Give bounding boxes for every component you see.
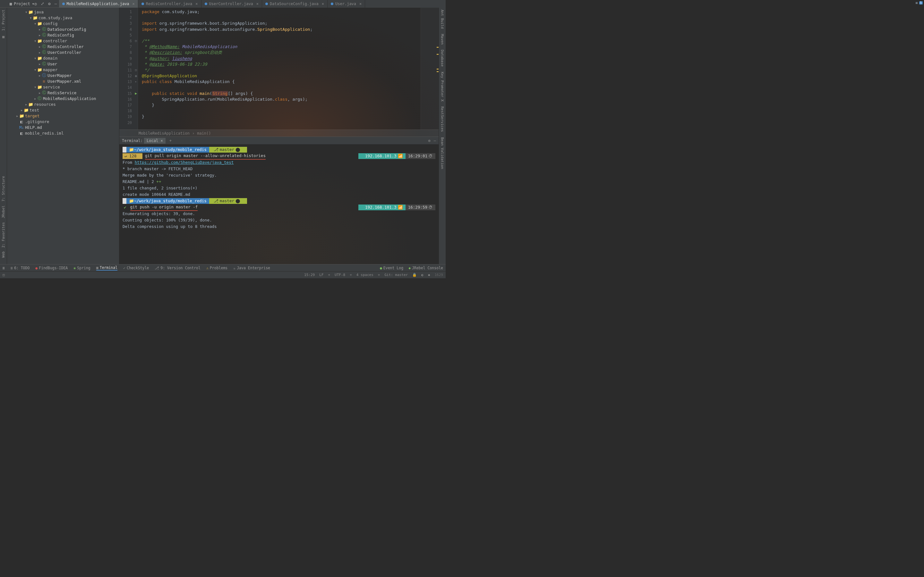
tree-item[interactable]: ▸📁resources — [7, 101, 119, 107]
editor-tab[interactable]: DataSourceConfig.java× — [262, 0, 328, 8]
tree-item[interactable]: ▸ⒸUser — [7, 61, 119, 67]
right-tool-button[interactable]: Ant Build — [440, 10, 444, 29]
structure-tool-button[interactable]: 7: Structure — [1, 176, 5, 201]
tool-window-button[interactable]: ● FindBugs-IDEA — [35, 266, 68, 270]
editor-tab[interactable]: User.java× — [328, 0, 365, 8]
terminal-output-line: Counting objects: 100% (39/39), done. — [123, 217, 435, 223]
rebel-icon[interactable]: ◆ — [428, 273, 430, 277]
close-icon[interactable]: × — [322, 2, 324, 6]
tool-window-button[interactable]: ◆ JRebel Console — [409, 266, 443, 270]
tree-item[interactable]: ▸ⒸRedisService — [7, 90, 119, 95]
right-tool-button[interactable]: RestServices — [440, 106, 444, 132]
tree-item[interactable]: ▸📁test — [7, 107, 119, 113]
tree-item[interactable]: ▸ⒸDataSourceConfig — [7, 26, 119, 32]
tree-item[interactable]: ▾📁service — [7, 84, 119, 90]
close-icon[interactable]: × — [359, 2, 362, 6]
generic-icon[interactable]: ◐ — [421, 273, 423, 277]
close-icon[interactable]: × — [160, 139, 163, 143]
project-tree-panel: ▾📁java▾📁com.study.java▾📁config▸ⒸDataSour… — [7, 8, 120, 264]
tool-window-button[interactable]: ⎇ 9: Version Control — [155, 266, 200, 270]
close-icon[interactable]: × — [132, 2, 135, 6]
prompt-path: 📁 ~/work/java_study/mobile_redis — [126, 198, 212, 204]
line-separator[interactable]: LF — [319, 273, 323, 277]
terminal-title: Terminal: — [122, 139, 143, 143]
project-view-selector[interactable]: ▦ Project ▾ — [10, 2, 34, 6]
close-icon[interactable]: × — [256, 2, 258, 6]
right-tool-button[interactable]: Bean Validation — [440, 137, 444, 169]
encoding[interactable]: UTF-8 — [334, 273, 345, 277]
terminal-tab-local[interactable]: Local × — [144, 138, 166, 143]
tool-window-button[interactable]: ▣ Terminal — [96, 266, 118, 271]
divider: ÷ — [328, 273, 330, 277]
prompt-time: 16:29:01 ⏱ — [405, 153, 435, 159]
breadcrumb: MobileRedisApplication › main() — [120, 129, 439, 137]
terminal-output-line: Enumerating objects: 39, done. — [123, 211, 435, 217]
status-bar: ◫ 15:29 LF ÷ UTF-8 ÷ 4 spaces ÷ Git: mas… — [0, 271, 446, 278]
editor-tab[interactable]: RedisController.java× — [138, 0, 202, 8]
status-left-icon[interactable]: ◫ — [3, 273, 5, 277]
tree-item[interactable]: ▸ⒸRedisConfig — [7, 32, 119, 38]
tree-item[interactable]: ▸ⒸMobileRedisApplication — [7, 95, 119, 101]
indent-setting[interactable]: 4 spaces — [357, 273, 373, 277]
tool-windows-icon[interactable]: ≣ — [3, 266, 5, 270]
breadcrumb-item[interactable]: MobileRedisApplication — [139, 131, 190, 135]
breadcrumb-item[interactable]: main() — [197, 131, 211, 135]
tree-item[interactable]: ▸ⒸRedisController — [7, 44, 119, 49]
gear-icon[interactable]: ⚙ — [428, 139, 431, 143]
tree-item[interactable]: ▾📁com.study.java — [7, 15, 119, 21]
tree-item[interactable]: ▾📁domain — [7, 55, 119, 61]
jrebel-tool-button[interactable]: JRebel — [1, 205, 5, 218]
minimize-icon[interactable]: — — [434, 139, 436, 143]
tree-item[interactable]: ▾📁mapper — [7, 67, 119, 73]
status-note: 1629 — [435, 273, 443, 277]
close-icon[interactable]: × — [195, 2, 198, 6]
tree-item[interactable]: M↓HELP.md — [7, 124, 119, 130]
web-tool-button[interactable]: Web — [1, 251, 5, 258]
prompt-ip: 192.168.101.3 📶 — [359, 205, 405, 210]
editor-tab[interactable]: UserController.java× — [202, 0, 262, 8]
terminal-command-2: git push -u origin master -f — [130, 204, 198, 211]
tool-window-button[interactable]: ● Event Log — [380, 266, 403, 270]
cursor-position[interactable]: 15:29 — [304, 273, 315, 277]
tree-item[interactable]: ▾📁java — [7, 9, 119, 15]
editor-tabs: MobileRedisApplication.java×RedisControl… — [59, 0, 446, 8]
tree-item[interactable]: ▾📁config — [7, 21, 119, 26]
lock-icon[interactable]: 🔒 — [412, 273, 417, 277]
tool-window-button[interactable]: ✓ CheckStyle — [123, 266, 149, 270]
tree-item[interactable]: ▸📁target — [7, 113, 119, 119]
project-tool-button[interactable]: 1: Project — [1, 10, 5, 31]
tree-item[interactable]: ≡UserMapper.xml — [7, 78, 119, 84]
prompt-branch: ⎇ master ⬤ — [209, 198, 247, 204]
target-icon[interactable]: ◎ — [34, 1, 37, 6]
right-tool-button[interactable]: Key Promoter X — [440, 72, 444, 102]
right-tool-stripe: Ant BuildMavenDatabaseKey Promoter XRest… — [439, 8, 446, 264]
editor-minimap[interactable] — [421, 8, 439, 129]
tree-item[interactable]: ◧mobile_redis.iml — [7, 130, 119, 136]
tool-window-button[interactable]: ❀ Spring — [73, 266, 90, 270]
chevron-right-icon: › — [192, 131, 194, 135]
tool-window-button[interactable]: ☕ Java Enterprise — [233, 266, 270, 270]
git-branch[interactable]: Git: master — [384, 273, 408, 277]
terminal-add-button[interactable]: + — [167, 138, 174, 143]
right-tool-button[interactable]: Maven — [440, 34, 444, 45]
favorites-tool-button[interactable]: 2: Favorites — [1, 222, 5, 247]
right-tool-button[interactable]: Database — [440, 50, 444, 67]
terminal-body[interactable]: 📁 ~/work/java_study/mobile_redis ⎇ maste… — [120, 145, 439, 264]
code-editor[interactable]: package com.study.java;import org.spring… — [138, 8, 439, 129]
divider: ÷ — [378, 273, 380, 277]
terminal-header: Terminal: Local × + ⚙ — — [120, 137, 439, 145]
tree-item[interactable]: ◧.gitignore — [7, 119, 119, 124]
minimize-icon[interactable]: — — [55, 1, 57, 6]
java-file-icon — [331, 3, 333, 5]
tree-item[interactable]: ▸ⒾUserMapper — [7, 73, 119, 78]
tool-window-button[interactable]: ≣ 6: TODO — [11, 266, 29, 270]
tree-item[interactable]: ▸ⒸUserController — [7, 49, 119, 55]
prompt-success-icon: ✔ — [123, 205, 128, 210]
tree-item[interactable]: ▾📁controller — [7, 38, 119, 44]
gear-icon[interactable]: ⚙ — [48, 1, 51, 6]
project-label: Project — [14, 2, 30, 6]
tool-window-button[interactable]: ⚠ Problems — [206, 266, 228, 270]
terminal-command-1: git pull origin master --allow-unrelated… — [145, 153, 266, 160]
editor-tab[interactable]: MobileRedisApplication.java× — [59, 0, 138, 8]
expand-icon[interactable]: ⤢ — [41, 1, 44, 6]
